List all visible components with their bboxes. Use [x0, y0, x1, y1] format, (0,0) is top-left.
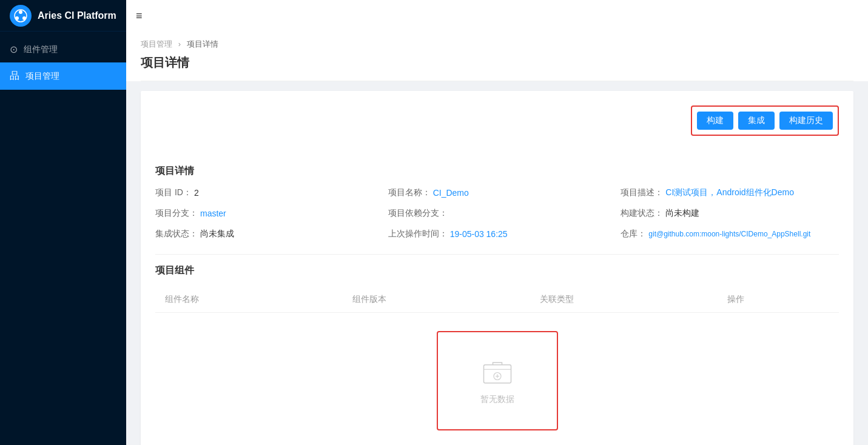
- action-buttons-group: 构建 集成 构建历史: [691, 105, 839, 136]
- breadcrumb-project-mgmt[interactable]: 项目管理: [141, 39, 172, 49]
- detail-name: 项目名称： CI_Demo: [388, 187, 607, 198]
- section-divider: [155, 254, 839, 255]
- component-mgmt-icon: ⊙: [10, 44, 18, 55]
- table-header-component-name: 组件名称: [155, 294, 343, 305]
- main-area: ≡ 项目管理 › 项目详情 项目详情 构建 集成 构建历史: [126, 0, 868, 445]
- project-detail-title: 项目详情: [155, 165, 839, 178]
- build-button[interactable]: 构建: [697, 112, 733, 130]
- empty-text: 暂无数据: [480, 394, 514, 405]
- detail-branch: 项目分支： master: [155, 208, 374, 219]
- detail-last-op-time: 上次操作时间： 19-05-03 16:25: [388, 229, 607, 239]
- sidebar-item-label: 项目管理: [25, 71, 59, 82]
- project-detail-grid: 项目 ID： 2 项目名称： CI_Demo 项目描述： CI测试项目，Andr…: [155, 187, 839, 239]
- table-header-component-version: 组件版本: [343, 294, 530, 305]
- project-mgmt-icon: 品: [10, 70, 19, 82]
- svg-point-2: [22, 16, 26, 20]
- app-title: Aries CI Platform: [38, 10, 116, 21]
- detail-build-status: 构建状态： 尚未构建: [621, 208, 839, 219]
- sidebar-nav: ⊙ 组件管理 品 项目管理: [0, 36, 126, 90]
- integrate-button[interactable]: 集成: [738, 112, 775, 130]
- topbar: ≡: [126, 0, 868, 32]
- svg-point-1: [19, 10, 22, 14]
- empty-icon: [479, 356, 516, 387]
- page-title: 项目详情: [141, 55, 853, 81]
- table-header-operation: 操作: [718, 294, 839, 305]
- main-card: 构建 集成 构建历史 项目详情 项目 ID： 2 项目名称： CI_Demo: [141, 91, 853, 445]
- sidebar: Aries CI Platform ⊙ 组件管理 品 项目管理: [0, 0, 126, 445]
- sidebar-header: Aries CI Platform: [0, 0, 126, 32]
- components-section-title: 项目组件: [155, 264, 839, 277]
- project-detail-section: 项目详情 项目 ID： 2 项目名称： CI_Demo 项目描述： CI测试项目…: [155, 165, 839, 239]
- detail-dep-branch: 项目依赖分支：: [388, 208, 607, 219]
- svg-point-0: [10, 5, 32, 27]
- detail-integrate-status: 集成状态： 尚未集成: [155, 229, 374, 239]
- svg-rect-4: [483, 365, 511, 383]
- sidebar-item-component-mgmt[interactable]: ⊙ 组件管理: [0, 36, 126, 62]
- table-header-relation-type: 关联类型: [530, 294, 718, 305]
- breadcrumb: 项目管理 › 项目详情: [141, 39, 853, 50]
- breadcrumb-current: 项目详情: [187, 39, 218, 49]
- breadcrumb-separator: ›: [178, 39, 181, 49]
- build-history-button[interactable]: 构建历史: [779, 112, 833, 130]
- components-section: 项目组件 组件名称 组件版本 关联类型 操作: [155, 264, 839, 445]
- detail-description: 项目描述： CI测试项目，Android组件化Demo: [621, 187, 839, 198]
- empty-state: 暂无数据: [437, 331, 558, 430]
- page-content: 项目管理 › 项目详情 项目详情 构建 集成 构建历史 项目详情: [126, 32, 868, 445]
- breadcrumb-area: 项目管理 › 项目详情 项目详情: [126, 32, 868, 81]
- table-header-row: 组件名称 组件版本 关联类型 操作: [155, 287, 839, 313]
- app-logo: [10, 5, 32, 27]
- sidebar-item-label: 组件管理: [24, 44, 58, 55]
- menu-toggle-icon[interactable]: ≡: [136, 10, 143, 22]
- detail-repo: 仓库： git@github.com:moon-lights/CIDemo_Ap…: [621, 229, 839, 239]
- detail-id: 项目 ID： 2: [155, 187, 374, 198]
- sidebar-item-project-mgmt[interactable]: 品 项目管理: [0, 62, 126, 90]
- svg-point-3: [15, 16, 19, 20]
